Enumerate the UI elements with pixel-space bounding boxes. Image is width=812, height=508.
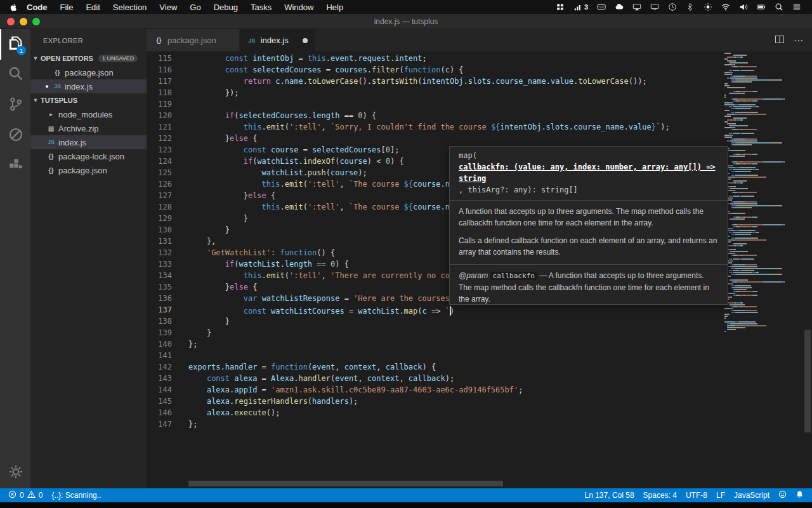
code-line-142[interactable]: 142exports.handler = function(event, con… xyxy=(147,361,717,373)
menu-help[interactable]: Help xyxy=(320,0,350,14)
keyboard-icon[interactable] xyxy=(593,0,610,14)
menu-go[interactable]: Go xyxy=(183,0,207,14)
bluetooth-icon[interactable] xyxy=(681,0,699,14)
code-line-122[interactable]: 122 }else { xyxy=(147,133,717,144)
code-line-147[interactable]: 147}; xyxy=(147,418,717,430)
spotlight-icon[interactable] xyxy=(770,0,788,14)
window-titlebar[interactable]: index.js — tutsplus xyxy=(0,14,812,29)
menu-window[interactable]: Window xyxy=(278,0,320,14)
menu-edit[interactable]: Edit xyxy=(79,0,106,14)
status-cursor-position[interactable]: Ln 137, Col 58 xyxy=(580,488,639,502)
line-content: this.emit(':tell', `The course ${course.… xyxy=(172,201,450,213)
more-actions-icon[interactable]: ⋯ xyxy=(794,36,803,45)
code-line-143[interactable]: 143 const alexa = Alexa.handler(event, c… xyxy=(147,373,717,384)
file-index.js[interactable]: JSindex.js xyxy=(30,135,147,149)
file-name: package.json xyxy=(65,68,114,77)
open-editor-index.js[interactable]: ●JSindex.js xyxy=(30,79,147,93)
tab-index.js[interactable]: JSindex.js xyxy=(240,29,316,51)
battery-icon[interactable] xyxy=(752,0,770,14)
cloud-icon[interactable] xyxy=(610,0,628,14)
time-machine-icon[interactable] xyxy=(664,0,681,14)
horizontal-scrollbar-thumb[interactable] xyxy=(188,481,503,486)
line-content: }else { xyxy=(172,190,275,201)
file-package.json[interactable]: {}package.json xyxy=(30,163,147,177)
code-line-117[interactable]: 117 return c.name.toLowerCase().startsWi… xyxy=(147,76,717,87)
code-line-138[interactable]: 138 } xyxy=(147,316,717,327)
code-line-137[interactable]: 137 const watchListCourses = watchList.m… xyxy=(147,304,717,316)
close-window-button[interactable] xyxy=(7,18,15,25)
activity-source-control[interactable] xyxy=(0,90,30,121)
code-editor[interactable]: 115 const intentObj = this.event.request… xyxy=(147,51,812,488)
code-line-139[interactable]: 139 } xyxy=(147,327,717,338)
menu-tasks[interactable]: Tasks xyxy=(244,0,278,14)
activity-extensions[interactable] xyxy=(0,151,30,182)
notification-center-icon[interactable] xyxy=(788,0,806,14)
activity-explorer[interactable]: 1 xyxy=(0,29,30,60)
doc-paragraph: A function that accepts up to three argu… xyxy=(459,206,719,229)
section-header-tutsplus[interactable]: ▼TUTSPLUS xyxy=(30,93,147,107)
status-eol[interactable]: LF xyxy=(712,488,730,502)
airplay-icon[interactable] xyxy=(628,0,646,14)
line-content: } xyxy=(172,327,211,338)
macos-menubar: Code FileEditSelectionViewGoDebugTasksWi… xyxy=(0,0,812,14)
menu-debug[interactable]: Debug xyxy=(207,0,244,14)
section-header-open-editors[interactable]: ▼OPEN EDITORS1 UNSAVED xyxy=(30,51,147,65)
signal-strength-icon[interactable]: 3 xyxy=(569,0,593,14)
unsaved-badge: 1 UNSAVED xyxy=(98,55,138,62)
vertical-scrollbar[interactable] xyxy=(803,51,812,488)
file-node_modules[interactable]: ▸node_modules xyxy=(30,107,147,121)
code-line-121[interactable]: 121 this.emit(':tell', `Sorry, I couldn'… xyxy=(147,121,717,133)
status-notifications[interactable] xyxy=(791,488,808,502)
code-line-116[interactable]: 116 const selectedCourses = courses.filt… xyxy=(147,64,717,76)
file-Archive.zip[interactable]: ▤Archive.zip xyxy=(30,121,147,135)
code-line-140[interactable]: 140}; xyxy=(147,338,717,350)
problems-status[interactable]: 00 xyxy=(4,488,47,502)
menu-selection[interactable]: Selection xyxy=(107,0,153,14)
open-editor-package.json[interactable]: {}package.json xyxy=(30,65,147,79)
code-line-119[interactable]: 119 xyxy=(147,98,717,110)
file-package-lock.json[interactable]: {}package-lock.json xyxy=(30,149,147,163)
minimize-window-button[interactable] xyxy=(20,18,27,25)
activity-settings[interactable] xyxy=(0,458,30,488)
code-line-115[interactable]: 115 const intentObj = this.event.request… xyxy=(147,53,717,64)
line-content: if(watchList.indexOf(course) < 0) { xyxy=(172,156,404,167)
display-icon[interactable] xyxy=(646,0,664,14)
app-menu-code[interactable]: Code xyxy=(20,3,54,12)
code-line-146[interactable]: 146 alexa.execute(); xyxy=(147,407,717,418)
code-line-118[interactable]: 118 }); xyxy=(147,87,717,98)
status-feedback[interactable] xyxy=(774,488,791,502)
search-icon xyxy=(8,66,23,84)
window-controls xyxy=(7,18,40,25)
error-count: 0 xyxy=(20,491,24,500)
line-content: const alexa = Alexa.handler(event, conte… xyxy=(172,373,454,384)
status-language-mode[interactable]: JavaScript xyxy=(730,488,774,502)
menu-file[interactable]: File xyxy=(54,0,80,14)
activity-search[interactable] xyxy=(0,60,30,90)
code-line-141[interactable]: 141 xyxy=(147,350,717,361)
line-content: }; xyxy=(172,418,197,430)
vertical-scrollbar-thumb[interactable] xyxy=(804,330,811,432)
zoom-window-button[interactable] xyxy=(32,18,40,25)
apple-menu[interactable] xyxy=(6,3,20,12)
signature-suffix: , thisArg?: any): string[] xyxy=(459,184,719,196)
activity-debug[interactable] xyxy=(0,121,30,151)
status-encoding[interactable]: UTF-8 xyxy=(681,488,712,502)
tab-package.json[interactable]: {}package.json xyxy=(147,29,240,51)
code-line-144[interactable]: 144 alexa.appId = 'amzn1.ask.skill.c0c5b… xyxy=(147,384,717,396)
doc-paragraph: Calls a defined callback function on eac… xyxy=(459,235,719,258)
minimap[interactable] xyxy=(724,53,803,333)
menu-view[interactable]: View xyxy=(153,0,183,14)
split-editor-icon[interactable] xyxy=(775,34,785,47)
keyboard-brightness-icon[interactable] xyxy=(699,0,717,14)
scanning-status[interactable]: {..}: Scanning.. xyxy=(47,488,105,502)
chevron-down-icon: ▼ xyxy=(30,97,41,104)
window-title: index.js — tutsplus xyxy=(374,17,438,26)
volume-icon[interactable] xyxy=(735,0,752,14)
status-indentation[interactable]: Spaces: 4 xyxy=(639,488,681,502)
code-line-120[interactable]: 120 if(selectedCourses.length == 0) { xyxy=(147,110,717,121)
menu-extras-grid-icon[interactable] xyxy=(551,0,569,14)
menubar-menus: FileEditSelectionViewGoDebugTasksWindowH… xyxy=(54,0,350,14)
wifi-icon[interactable] xyxy=(717,0,735,14)
code-line-145[interactable]: 145 alexa.registerHandlers(handlers); xyxy=(147,396,717,407)
line-content xyxy=(172,98,188,110)
